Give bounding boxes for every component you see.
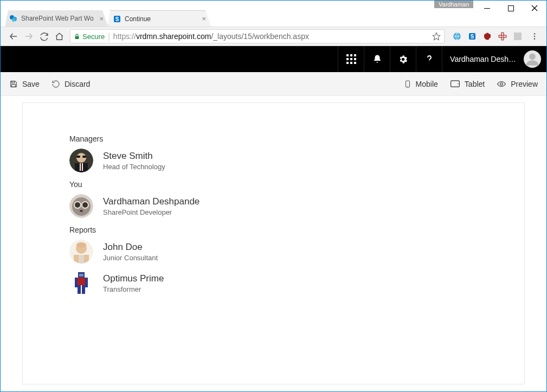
svg-point-42 bbox=[500, 82, 503, 85]
section-heading-managers: Managers bbox=[69, 134, 478, 143]
workbench-canvas: Managers Steve Smith Head of Technology … bbox=[22, 102, 525, 384]
avatar-icon bbox=[69, 194, 93, 218]
svg-rect-28 bbox=[346, 58, 349, 60]
svg-rect-1 bbox=[508, 5, 513, 11]
svg-point-56 bbox=[75, 202, 80, 208]
svg-rect-18 bbox=[499, 35, 501, 37]
svg-point-57 bbox=[82, 202, 88, 208]
window-owner-tag: Vardhaman bbox=[434, 1, 473, 8]
sharepoint-favicon-icon bbox=[9, 14, 18, 23]
svg-rect-49 bbox=[76, 156, 80, 158]
address-bar[interactable]: Secure | https://vrdmn.sharepoint.com/_l… bbox=[70, 29, 445, 43]
svg-rect-20 bbox=[501, 37, 504, 40]
svg-rect-25 bbox=[346, 54, 349, 56]
svg-text:S: S bbox=[471, 34, 474, 40]
window-close-button[interactable] bbox=[523, 1, 546, 16]
mobile-label: Mobile bbox=[416, 80, 438, 88]
svg-rect-19 bbox=[504, 35, 506, 37]
person-role: Transformer bbox=[103, 285, 164, 293]
svg-rect-36 bbox=[12, 81, 15, 82]
browser-tab-inactive[interactable]: SharePoint Web Part Wo × bbox=[5, 10, 108, 27]
svg-rect-32 bbox=[350, 62, 352, 64]
tablet-label: Tablet bbox=[465, 80, 485, 88]
extension-icon[interactable] bbox=[452, 31, 462, 41]
section-heading-you: You bbox=[69, 180, 478, 189]
sharepoint-favicon-icon: S bbox=[113, 15, 121, 23]
svg-rect-67 bbox=[75, 278, 78, 287]
bookmark-star-icon[interactable] bbox=[432, 32, 441, 41]
person-name: Steve Smith bbox=[103, 151, 165, 162]
person-name: John Doe bbox=[103, 242, 158, 253]
reload-button[interactable] bbox=[36, 29, 52, 44]
person-role: Junior Consultant bbox=[103, 254, 158, 262]
secure-label: Secure bbox=[82, 33, 105, 41]
preview-label: Preview bbox=[511, 80, 538, 88]
settings-button[interactable] bbox=[390, 46, 416, 72]
svg-rect-33 bbox=[354, 62, 356, 64]
extension-icon[interactable] bbox=[498, 31, 507, 41]
browser-toolbar: Secure | https://vrdmn.sharepoint.com/_l… bbox=[1, 27, 546, 46]
extension-icon[interactable]: S bbox=[467, 31, 477, 41]
svg-rect-26 bbox=[350, 54, 352, 56]
save-button[interactable]: Save bbox=[9, 80, 40, 88]
section-heading-reports: Reports bbox=[69, 226, 478, 234]
svg-point-22 bbox=[534, 33, 536, 35]
workbench-canvas-wrapper: Managers Steve Smith Head of Technology … bbox=[1, 96, 546, 391]
suite-user-avatar[interactable] bbox=[524, 50, 541, 68]
discard-button[interactable]: Discard bbox=[52, 80, 90, 88]
back-button[interactable] bbox=[6, 29, 21, 44]
app-launcher-button[interactable] bbox=[338, 46, 364, 72]
tablet-view-button[interactable]: Tablet bbox=[450, 79, 485, 89]
browser-tab-active[interactable]: S Continue × bbox=[108, 10, 211, 27]
svg-rect-27 bbox=[354, 54, 356, 56]
preview-button[interactable]: Preview bbox=[497, 79, 538, 89]
tab-title: SharePoint Web Part Wo bbox=[21, 15, 97, 22]
browser-menu-button[interactable] bbox=[527, 29, 542, 44]
svg-rect-50 bbox=[82, 156, 86, 158]
tab-close-icon[interactable]: × bbox=[202, 15, 206, 23]
forward-button[interactable] bbox=[21, 29, 36, 44]
person-card[interactable]: Steve Smith Head of Technology bbox=[69, 149, 478, 172]
svg-rect-21 bbox=[514, 33, 522, 40]
help-button[interactable] bbox=[416, 46, 442, 72]
mobile-view-button[interactable]: Mobile bbox=[404, 79, 438, 89]
save-label: Save bbox=[22, 80, 40, 88]
svg-rect-17 bbox=[501, 33, 504, 35]
svg-point-35 bbox=[529, 54, 536, 60]
avatar-icon bbox=[69, 240, 93, 264]
svg-point-6 bbox=[12, 18, 15, 22]
secure-indicator: Secure bbox=[74, 33, 105, 41]
svg-point-62 bbox=[76, 242, 86, 248]
extension-icon[interactable]: 5 bbox=[482, 31, 492, 41]
svg-rect-71 bbox=[79, 274, 83, 277]
extension-icons: S 5 bbox=[448, 31, 527, 41]
extension-icon[interactable] bbox=[513, 31, 523, 41]
svg-point-58 bbox=[80, 210, 83, 212]
window-controls bbox=[475, 1, 546, 16]
suite-nav-bar: Vardhaman Desh… bbox=[1, 46, 546, 72]
window-maximize-button[interactable] bbox=[499, 1, 523, 16]
discard-label: Discard bbox=[65, 80, 90, 88]
avatar-icon bbox=[69, 271, 93, 295]
person-name: Optimus Prime bbox=[103, 273, 164, 284]
svg-text:S: S bbox=[115, 16, 119, 22]
browser-tab-strip: SharePoint Web Part Wo × S Continue × bbox=[5, 10, 481, 27]
svg-rect-31 bbox=[346, 62, 349, 64]
person-name: Vardhaman Deshpande bbox=[103, 196, 200, 207]
person-card[interactable]: Optimus Prime Transformer bbox=[69, 271, 478, 295]
suite-user-name[interactable]: Vardhaman Desh… bbox=[442, 46, 518, 72]
tab-title: Continue bbox=[125, 15, 200, 23]
url-path: /_layouts/15/workbench.aspx bbox=[211, 32, 309, 41]
person-card[interactable]: John Doe Junior Consultant bbox=[69, 240, 478, 264]
svg-rect-70 bbox=[82, 285, 85, 294]
svg-text:5: 5 bbox=[489, 37, 491, 41]
svg-rect-69 bbox=[78, 285, 81, 294]
home-button[interactable] bbox=[52, 29, 67, 44]
svg-marker-12 bbox=[433, 33, 440, 40]
svg-rect-11 bbox=[75, 36, 79, 39]
tab-close-icon[interactable]: × bbox=[99, 15, 104, 23]
person-card[interactable]: Vardhaman Deshpande SharePoint Developer bbox=[69, 194, 478, 218]
svg-rect-68 bbox=[85, 278, 88, 287]
notifications-button[interactable] bbox=[364, 46, 390, 72]
svg-point-23 bbox=[534, 36, 536, 37]
